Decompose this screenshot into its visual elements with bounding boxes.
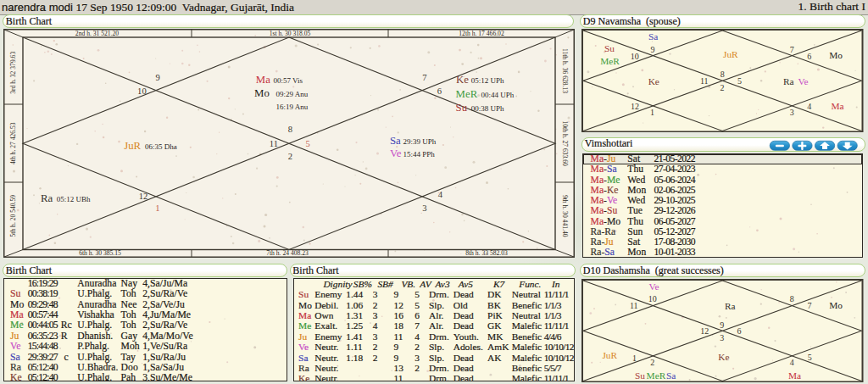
svg-text:00:44 UPh: 00:44 UPh: [481, 91, 514, 99]
svg-text:9th h. 30 441.40: 9th h. 30 441.40: [561, 195, 569, 237]
svg-text:06:35 Dha: 06:35 Dha: [145, 142, 177, 151]
svg-text:3: 3: [720, 332, 724, 342]
svg-text:3rd h. 32 379.63: 3rd h. 32 379.63: [10, 52, 18, 94]
svg-text:3: 3: [422, 203, 426, 213]
svg-text:Su: Su: [635, 370, 645, 381]
svg-text:1: 1: [632, 353, 637, 362]
svg-text:Ma: Ma: [832, 101, 844, 111]
svg-text:MeR: MeR: [600, 55, 620, 65]
svg-text:4: 4: [807, 102, 811, 111]
svg-text:9: 9: [156, 73, 160, 82]
svg-text:05:12 UPh: 05:12 UPh: [471, 76, 504, 85]
svg-text:10: 10: [137, 86, 147, 96]
svg-text:09:29 Anu: 09:29 Anu: [275, 90, 308, 98]
svg-text:Su: Su: [456, 102, 468, 114]
svg-text:12: 12: [139, 192, 148, 201]
svg-text:11: 11: [630, 301, 638, 310]
svg-text:Ve: Ve: [798, 75, 809, 86]
svg-text:6th h. 30 385.15: 6th h. 30 385.15: [79, 249, 121, 257]
svg-text:4: 4: [438, 190, 443, 199]
svg-text:2: 2: [650, 357, 654, 366]
svg-text:7: 7: [807, 301, 811, 310]
svg-text:8: 8: [790, 294, 794, 303]
svg-text:Ma: Ma: [256, 74, 270, 86]
svg-text:Su: Su: [604, 42, 615, 53]
svg-text:9: 9: [720, 320, 724, 330]
svg-text:Sa: Sa: [390, 135, 401, 147]
svg-text:00:57 Vis: 00:57 Vis: [274, 76, 303, 85]
svg-text:JuR: JuR: [124, 140, 141, 152]
svg-text:15:44 PPh: 15:44 PPh: [403, 150, 435, 159]
svg-text:Mo: Mo: [829, 49, 843, 59]
svg-text:12: 12: [631, 102, 639, 111]
svg-text:MeR: MeR: [456, 88, 478, 100]
svg-text:12th h. 17 466.02: 12th h. 17 466.02: [459, 30, 504, 37]
svg-text:8th h. 33 582.03: 8th h. 33 582.03: [465, 249, 508, 257]
svg-text:6: 6: [737, 326, 742, 336]
svg-text:Ra: Ra: [725, 300, 736, 310]
svg-text:5: 5: [737, 76, 742, 86]
svg-text:29:39 UPh: 29:39 UPh: [403, 137, 436, 146]
svg-text:8: 8: [721, 70, 725, 79]
svg-text:05:12 UBh: 05:12 UBh: [57, 195, 91, 203]
svg-text:10: 10: [631, 51, 639, 60]
svg-text:2: 2: [288, 152, 292, 161]
svg-text:11: 11: [700, 76, 709, 86]
svg-text:1: 1: [155, 203, 159, 213]
svg-text:4th h. 27 426.53: 4th h. 27 426.53: [10, 122, 18, 164]
svg-text:7: 7: [422, 73, 426, 82]
svg-text:Mo: Mo: [254, 87, 270, 99]
svg-text:2nd h. 31 521.20: 2nd h. 31 521.20: [75, 30, 119, 37]
svg-text:8: 8: [288, 125, 292, 134]
svg-text:9: 9: [650, 44, 654, 53]
svg-text:JuR: JuR: [602, 350, 617, 360]
svg-text:11: 11: [270, 139, 278, 148]
svg-text:Ke: Ke: [456, 74, 469, 86]
svg-text:7th h. 24 408.23: 7th h. 24 408.23: [266, 249, 309, 257]
svg-text:16:19 Anu: 16:19 Anu: [275, 103, 308, 111]
svg-text:Ma: Ma: [788, 370, 801, 381]
svg-text:Sa: Sa: [666, 370, 676, 381]
svg-text:Sa: Sa: [648, 31, 658, 41]
svg-text:3: 3: [790, 108, 794, 117]
svg-text:5: 5: [808, 353, 812, 362]
svg-text:2: 2: [721, 83, 725, 92]
svg-text:Ve: Ve: [649, 281, 659, 292]
svg-text:4: 4: [790, 357, 794, 366]
svg-text:Mo: Mo: [829, 299, 843, 309]
svg-text:JuR: JuR: [723, 49, 738, 59]
svg-text:6: 6: [437, 86, 442, 96]
svg-text:Ke: Ke: [718, 352, 729, 362]
svg-text:Ve: Ve: [390, 147, 402, 159]
svg-text:Ra: Ra: [41, 192, 53, 204]
svg-text:12: 12: [700, 326, 709, 336]
svg-text:00:38 UPh: 00:38 UPh: [471, 104, 504, 113]
svg-text:7: 7: [790, 44, 794, 53]
svg-text:5th h. 20 540.59: 5th h. 20 540.59: [10, 195, 18, 237]
svg-text:1: 1: [650, 108, 654, 117]
svg-text:Ke: Ke: [648, 75, 659, 86]
svg-text:MeR: MeR: [647, 370, 666, 381]
svg-text:Ra: Ra: [783, 75, 794, 86]
svg-text:1st h. 30 318.05: 1st h. 30 318.05: [270, 30, 311, 37]
svg-text:11th h. 36 628.13: 11th h. 36 628.13: [561, 48, 569, 93]
svg-text:6: 6: [807, 51, 811, 60]
svg-text:10th h. 27 633.60: 10th h. 27 633.60: [561, 121, 569, 167]
svg-text:5: 5: [305, 139, 309, 148]
svg-text:10: 10: [648, 294, 657, 303]
